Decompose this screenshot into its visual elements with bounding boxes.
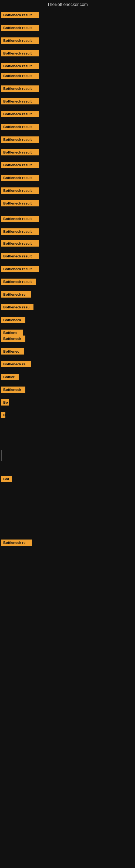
bottleneck-label-24: Bottleneck resu bbox=[1, 304, 34, 310]
bottleneck-row-30: Bottler bbox=[1, 374, 18, 381]
bottleneck-label-29: Bottleneck re bbox=[1, 361, 31, 367]
bottleneck-row-6: Bottleneck result bbox=[1, 73, 39, 80]
bottleneck-row-24: Bottleneck resu bbox=[1, 304, 34, 311]
bottleneck-label-30: Bottler bbox=[1, 374, 18, 380]
bottleneck-row-2: Bottleneck result bbox=[1, 25, 39, 32]
bottleneck-label-12: Bottleneck result bbox=[1, 149, 39, 155]
bottleneck-label-33: B bbox=[1, 412, 5, 418]
bottleneck-label-21: Bottleneck result bbox=[1, 266, 39, 272]
bottleneck-label-17: Bottleneck result bbox=[1, 216, 39, 222]
bottleneck-label-22: Bottleneck result bbox=[1, 279, 36, 285]
bottleneck-row-38: Bot bbox=[1, 476, 12, 483]
bottleneck-row-5: Bottleneck result bbox=[1, 63, 39, 70]
bottleneck-label-28: Bottlenec bbox=[1, 348, 24, 354]
bottleneck-label-10: Bottleneck result bbox=[1, 124, 39, 130]
bottleneck-row-15: Bottleneck result bbox=[1, 187, 39, 195]
bottleneck-label-9: Bottleneck result bbox=[1, 111, 39, 117]
bottleneck-label-4: Bottleneck result bbox=[1, 50, 39, 56]
bottleneck-row-9: Bottleneck result bbox=[1, 111, 39, 118]
site-title: TheBottlenecker.com bbox=[0, 0, 135, 9]
bottleneck-label-18: Bottleneck result bbox=[1, 228, 39, 235]
bottleneck-label-19: Bottleneck result bbox=[1, 240, 39, 247]
bottleneck-row-12: Bottleneck result bbox=[1, 149, 39, 156]
bottleneck-label-3: Bottleneck result bbox=[1, 37, 39, 44]
bottleneck-label-1: Bottleneck result bbox=[1, 12, 39, 18]
vertical-line-36 bbox=[1, 450, 2, 461]
bottleneck-label-43: Bottleneck re bbox=[1, 539, 32, 546]
bottleneck-label-16: Bottleneck result bbox=[1, 200, 39, 207]
bottleneck-label-13: Bottleneck result bbox=[1, 162, 39, 168]
bottleneck-label-6: Bottleneck result bbox=[1, 73, 39, 79]
bottleneck-row-29: Bottleneck re bbox=[1, 361, 31, 368]
bottleneck-label-23: Bottleneck re bbox=[1, 291, 31, 298]
bottleneck-row-43: Bottleneck re bbox=[1, 539, 32, 547]
bottleneck-row-19: Bottleneck result bbox=[1, 240, 39, 248]
bottleneck-row-14: Bottleneck result bbox=[1, 175, 39, 182]
bottleneck-label-14: Bottleneck result bbox=[1, 175, 39, 181]
bottleneck-label-15: Bottleneck result bbox=[1, 187, 39, 194]
bottleneck-row-18: Bottleneck result bbox=[1, 228, 39, 236]
bottleneck-label-38: Bot bbox=[1, 476, 12, 482]
bottleneck-row-32: Bo bbox=[1, 399, 9, 407]
bottleneck-label-5: Bottleneck result bbox=[1, 63, 39, 69]
bottleneck-label-27: Bottleneck bbox=[1, 336, 26, 342]
bottleneck-row-33: B bbox=[1, 412, 5, 420]
bottleneck-row-10: Bottleneck result bbox=[1, 124, 39, 131]
bottleneck-row-8: Bottleneck result bbox=[1, 98, 39, 105]
bottleneck-row-28: Bottlenec bbox=[1, 348, 24, 355]
bottleneck-label-8: Bottleneck result bbox=[1, 98, 39, 104]
bottleneck-row-11: Bottleneck result bbox=[1, 136, 39, 144]
bottleneck-row-25: Bottleneck bbox=[1, 317, 26, 324]
bottleneck-label-20: Bottleneck result bbox=[1, 253, 39, 259]
bottleneck-row-7: Bottleneck result bbox=[1, 86, 39, 93]
bottleneck-row-21: Bottleneck result bbox=[1, 266, 39, 273]
bottleneck-row-27: Bottleneck bbox=[1, 336, 26, 343]
bottleneck-row-1: Bottleneck result bbox=[1, 12, 39, 19]
bottleneck-row-3: Bottleneck result bbox=[1, 37, 39, 45]
bottleneck-label-31: Bottleneck bbox=[1, 386, 26, 393]
bottleneck-label-25: Bottleneck bbox=[1, 317, 26, 323]
bottleneck-label-7: Bottleneck result bbox=[1, 86, 39, 92]
bottleneck-label-26: Bottlene bbox=[1, 330, 23, 336]
bottleneck-row-31: Bottleneck bbox=[1, 386, 26, 394]
bottleneck-label-11: Bottleneck result bbox=[1, 136, 39, 143]
bottleneck-row-4: Bottleneck result bbox=[1, 50, 39, 58]
bottleneck-row-22: Bottleneck result bbox=[1, 279, 36, 286]
bottleneck-row-23: Bottleneck re bbox=[1, 291, 31, 299]
bottleneck-row-17: Bottleneck result bbox=[1, 216, 39, 223]
bottleneck-row-20: Bottleneck result bbox=[1, 253, 39, 260]
bottleneck-row-13: Bottleneck result bbox=[1, 162, 39, 169]
bottleneck-row-16: Bottleneck result bbox=[1, 200, 39, 208]
bottleneck-label-2: Bottleneck result bbox=[1, 25, 39, 31]
bottleneck-label-32: Bo bbox=[1, 399, 9, 405]
